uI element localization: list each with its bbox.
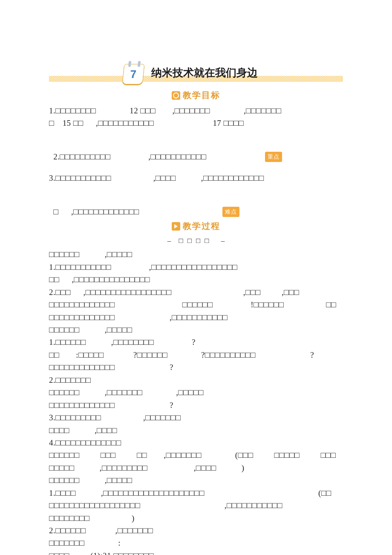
proc-07: □□□□□□ ,□□□□□ [49, 324, 343, 336]
proc-11: 2.□□□□□□□ [49, 374, 343, 386]
proc-12: □□□□□□ ,□□□□□□□ ,□□□□□ [49, 386, 343, 399]
proc-02: 1.□□□□□□□□□□□ ,□□□□□□□□□□□□□□□□□ [49, 261, 343, 273]
goal-3-line1: 3.□□□□□□□□□□□ ,□□□□ ,□□□□□□□□□□□□ [49, 172, 343, 184]
proc-06: □□□□□□□□□□□□□ ,□□□□□□□□□□□ [49, 311, 343, 324]
process-heading-text: 教学过程 [183, 220, 220, 233]
goal-1-line1: 1.□□□□□□□□ 12 □□□ ,□□□□□□□ ,□□□□□□□ [49, 104, 343, 117]
proc-16: 4.□□□□□□□□□□□□□ [49, 436, 343, 449]
goals-heading: 教学目标 [49, 89, 343, 102]
goal-2-text: 2.□□□□□□□□□□ ,□□□□□□□□□□□ [53, 152, 206, 161]
process-subheading-text: □□□□ [179, 237, 213, 245]
lesson-number: 7 [124, 64, 143, 84]
proc-05: □□□□□□□□□□□□□ □□□□□□ !□□□□□□ □□ [49, 298, 343, 311]
proc-19: □□□□□□ ,□□□□□ [49, 474, 343, 486]
proc-25: □□□□ (1):21 □□□□□□□□ [49, 549, 343, 555]
dash-right: – [221, 237, 225, 245]
process-heading: 教学过程 [49, 220, 343, 233]
proc-24: □□□□□□□ : [49, 537, 343, 549]
proc-22: □□□□□□□□ ) [49, 512, 343, 524]
lesson-number-badge: 7 [122, 64, 144, 84]
goals-heading-text: 教学目标 [183, 89, 220, 102]
goal-3-line2: □ ,□□□□□□□□□□□□□ 难点 [49, 193, 343, 218]
proc-14: 3.□□□□□□□□□ ,□□□□□□□ [49, 411, 343, 424]
lesson-title: 纳米技术就在我们身边 [151, 64, 258, 81]
proc-15: □□□□ ,□□□□ [49, 424, 343, 436]
proc-03: □□ ,□□□□□□□□□□□□□□□ [49, 273, 343, 286]
proc-18: □□□□□ ,□□□□□□□□□ ,□□□□ ) [49, 462, 343, 474]
proc-20: 1.□□□□ ,□□□□□□□□□□□□□□□□□□□□ (□□ [49, 487, 343, 499]
dash-left: – [167, 237, 171, 245]
arrow-icon [172, 222, 180, 231]
proc-13: □□□□□□□□□□□□□ ? [49, 399, 343, 411]
goal-1-line2: □ 15 □□ ,□□□□□□□□□□□ 17 □□□□ [49, 117, 343, 129]
proc-09: □□ :□□□□□ ?□□□□□□ ?□□□□□□□□□□ ? [49, 349, 343, 361]
target-icon [172, 91, 180, 100]
proc-01: □□□□□□ ,□□□□□ [49, 248, 343, 260]
proc-10: □□□□□□□□□□□□□ ? [49, 361, 343, 373]
lesson-banner: 7 纳米技术就在我们身边 [49, 60, 343, 84]
goal-2: 2.□□□□□□□□□□ ,□□□□□□□□□□□ 重点 [49, 138, 343, 163]
proc-23: 2.□□□□□□ ,□□□□□□□ [49, 524, 343, 537]
hard-badge: 难点 [222, 207, 239, 217]
proc-21: □□□□□□□□□□□□□□□□□□ ,□□□□□□□□□□□ [49, 499, 343, 512]
proc-17: □□□□□□ □□□ □□ ,□□□□□□□ (□□□ □□□□□ □□□ [49, 449, 343, 461]
goal-3-text2: □ ,□□□□□□□□□□□□□ [53, 207, 139, 216]
proc-04: 2.□□□ ,□□□□□□□□□□□□□□□□□ ,□□□ ,□□□ [49, 286, 343, 298]
process-subheading: – □□□□ – [49, 235, 343, 246]
proc-08: 1.□□□□□□ ,□□□□□□□□ ? [49, 336, 343, 348]
key-badge: 重点 [265, 152, 282, 162]
